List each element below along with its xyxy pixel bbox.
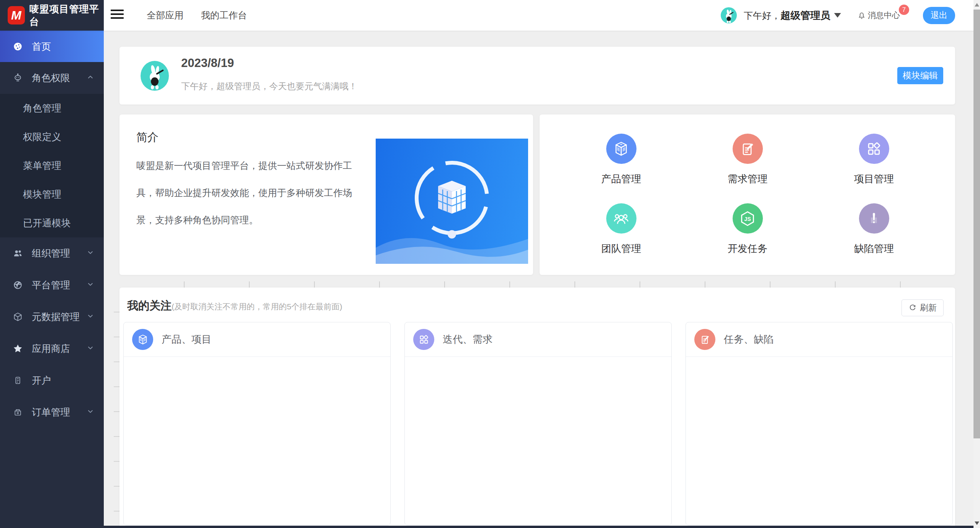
menu-toggle-icon[interactable] bbox=[111, 10, 124, 21]
sidebar-item-home[interactable]: 首页 bbox=[0, 31, 104, 62]
chevron-up-icon bbox=[86, 72, 95, 83]
bell-icon bbox=[857, 11, 866, 20]
svg-text:JS: JS bbox=[744, 216, 751, 222]
sidebar-item-label: 元数据管理 bbox=[32, 311, 80, 323]
module-label: 需求管理 bbox=[728, 172, 767, 186]
welcome-greeting: 下午好，超级管理员，今天也要元气满满哦！ bbox=[181, 80, 357, 92]
passbook-icon bbox=[13, 375, 23, 386]
main-content: 2023/8/19 下午好，超级管理员，今天也要元气满满哦！ 模块编辑 简介 唛… bbox=[104, 31, 973, 528]
order-box-icon bbox=[13, 407, 23, 417]
avatar-rabbit-icon bbox=[141, 61, 169, 91]
scrollbar-up-arrow-icon[interactable] bbox=[975, 3, 979, 7]
cube-cycle-illustration bbox=[376, 139, 528, 264]
follow-card-products-projects[interactable]: 产品、项目 bbox=[123, 322, 391, 525]
refresh-label: 刷新 bbox=[920, 302, 937, 314]
sidebar: 首页 角色权限 角色管理 权限定义 菜单管理 模块管理 bbox=[0, 31, 104, 528]
module-label: 项目管理 bbox=[854, 172, 894, 186]
module-requirement-management[interactable]: 需求管理 bbox=[684, 134, 811, 186]
chevron-down-icon bbox=[86, 311, 95, 322]
sidebar-item-orders[interactable]: 订单管理 bbox=[0, 396, 104, 428]
refresh-button[interactable]: 刷新 bbox=[901, 299, 944, 316]
app-title: 唛盟项目管理平台 bbox=[29, 3, 104, 28]
greeting-text: 下午好，超级管理员 bbox=[744, 9, 830, 22]
star-icon bbox=[13, 343, 23, 354]
cube-3d-icon bbox=[132, 329, 153, 350]
follow-card-title: 产品、项目 bbox=[162, 333, 211, 346]
sidebar-submenu-roles: 角色管理 权限定义 菜单管理 模块管理 已开通模块 bbox=[0, 94, 104, 237]
sidebar-item-platform[interactable]: 平台管理 bbox=[0, 269, 104, 301]
follow-card-tasks-defects[interactable]: 任务、缺陷 bbox=[686, 322, 953, 525]
module-edit-button[interactable]: 模块编辑 bbox=[897, 67, 943, 84]
scrollbar-thumb[interactable] bbox=[973, 10, 980, 438]
tab-all-apps[interactable]: 全部应用 bbox=[147, 9, 183, 21]
intro-card: 简介 唛盟是新一代项目管理平台，提供一站式研发协作工具，帮助企业提升研发效能，使… bbox=[119, 114, 533, 275]
sidebar-subitem-menu-management[interactable]: 菜单管理 bbox=[0, 151, 104, 180]
module-project-management[interactable]: 项目管理 bbox=[811, 134, 937, 186]
follow-card-title: 迭代、需求 bbox=[443, 333, 492, 346]
sidebar-subitem-opened-modules[interactable]: 已开通模块 bbox=[0, 209, 104, 237]
sidebar-subitem-module-management[interactable]: 模块管理 bbox=[0, 180, 104, 209]
doc-edit-icon bbox=[694, 329, 715, 350]
intro-title: 简介 bbox=[136, 130, 159, 145]
message-count-badge: 7 bbox=[899, 5, 909, 15]
module-dev-tasks[interactable]: JS 开发任务 bbox=[684, 203, 811, 255]
sidebar-item-open-account[interactable]: 开户 bbox=[0, 365, 104, 396]
avatar-rabbit-icon bbox=[721, 7, 737, 23]
sidebar-item-metadata[interactable]: 元数据管理 bbox=[0, 301, 104, 333]
dashboard-icon bbox=[13, 41, 23, 52]
app-root: M 唛盟项目管理平台 全部应用 我的工作台 下午好，超级管理员 bbox=[0, 0, 980, 528]
robot-icon bbox=[13, 73, 23, 83]
scrollbar-down-arrow-icon[interactable] bbox=[975, 521, 979, 525]
sidebar-item-app-store[interactable]: 应用商店 bbox=[0, 333, 104, 365]
cube-outline-icon bbox=[13, 312, 23, 322]
module-team-management[interactable]: 团队管理 bbox=[558, 203, 684, 255]
module-label: 缺陷管理 bbox=[854, 242, 894, 255]
background-grid-lines bbox=[114, 288, 119, 526]
logo-icon: M bbox=[8, 6, 25, 25]
message-center-button[interactable]: 消息中心 7 bbox=[857, 10, 900, 21]
sidebar-subitem-permission-definition[interactable]: 权限定义 bbox=[0, 123, 104, 151]
message-center-label: 消息中心 bbox=[868, 10, 900, 21]
my-follow-section: 我的关注 (及时取消关注不常用的，常用的5个排在最前面) 刷新 bbox=[119, 288, 955, 526]
chevron-down-icon bbox=[86, 248, 95, 259]
username: 超级管理员 bbox=[780, 10, 830, 21]
js-hexagon-icon: JS bbox=[733, 203, 763, 234]
welcome-card: 2023/8/19 下午好，超级管理员，今天也要元气满满哦！ 模块编辑 bbox=[119, 47, 955, 105]
sidebar-subitem-role-management[interactable]: 角色管理 bbox=[0, 94, 104, 123]
sidebar-item-label: 角色权限 bbox=[32, 72, 70, 84]
user-avatar-large bbox=[141, 61, 169, 91]
sidebar-item-organization[interactable]: 组织管理 bbox=[0, 237, 104, 269]
user-dropdown-caret-icon[interactable] bbox=[834, 13, 841, 18]
logout-button[interactable]: 退出 bbox=[923, 7, 955, 24]
sidebar-item-label: 开户 bbox=[32, 374, 51, 387]
follow-card-header: 迭代、需求 bbox=[405, 322, 671, 357]
chevron-down-icon bbox=[86, 343, 95, 354]
exclamation-icon bbox=[859, 203, 889, 234]
module-product-management[interactable]: 产品管理 bbox=[558, 134, 684, 186]
chevron-down-icon bbox=[86, 407, 95, 418]
my-follow-header: 我的关注 (及时取消关注不常用的，常用的5个排在最前面) bbox=[127, 298, 342, 314]
vertical-scrollbar[interactable] bbox=[973, 0, 980, 528]
follow-card-iterations-requirements[interactable]: 迭代、需求 bbox=[404, 322, 672, 525]
sidebar-item-label: 订单管理 bbox=[32, 406, 70, 418]
sidebar-item-roles[interactable]: 角色权限 bbox=[0, 62, 104, 94]
chevron-down-icon bbox=[86, 280, 95, 291]
intro-illustration bbox=[376, 139, 528, 264]
module-defect-management[interactable]: 缺陷管理 bbox=[811, 203, 937, 255]
logo: M 唛盟项目管理平台 bbox=[0, 0, 104, 31]
greeting-prefix: 下午好， bbox=[744, 10, 780, 21]
sidebar-item-label: 平台管理 bbox=[32, 279, 70, 291]
sidebar-item-label: 组织管理 bbox=[32, 247, 70, 260]
bottom-dark-strip bbox=[104, 526, 973, 528]
doc-edit-icon bbox=[733, 134, 763, 164]
follow-card-header: 任务、缺陷 bbox=[686, 322, 952, 357]
team-icon bbox=[606, 203, 636, 234]
app-grid-icon bbox=[413, 329, 434, 350]
follow-card-header: 产品、项目 bbox=[124, 322, 390, 357]
tab-my-workbench[interactable]: 我的工作台 bbox=[201, 9, 247, 21]
refresh-icon bbox=[908, 304, 917, 312]
top-nav: 全部应用 我的工作台 bbox=[147, 0, 247, 31]
users-icon bbox=[13, 248, 23, 258]
module-label: 团队管理 bbox=[601, 242, 641, 255]
user-avatar[interactable] bbox=[721, 7, 737, 23]
